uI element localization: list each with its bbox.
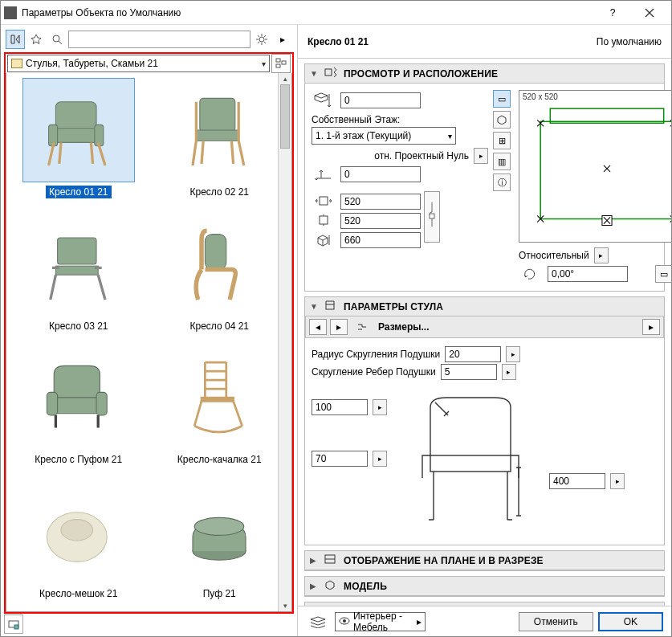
disclosure-open-icon: ▼ <box>310 302 320 311</box>
projzero-input[interactable] <box>340 166 421 182</box>
library-item-label: Кресло-мешок 21 <box>36 587 120 600</box>
story-label: Собственный Этаж: <box>312 114 400 125</box>
view-plan-button[interactable]: ▭ <box>493 90 511 108</box>
library-manager-button[interactable] <box>4 615 23 634</box>
link-dimensions-button[interactable] <box>424 191 440 243</box>
mirror-x-button[interactable]: ▭ <box>655 265 671 283</box>
layer-select[interactable]: Интерьер - Мебель ▸ <box>335 612 426 631</box>
folder-label: Стулья, Табуреты, Скамьи 21 <box>26 58 262 69</box>
ok-button[interactable]: OK <box>598 612 663 631</box>
library-view-button[interactable] <box>6 30 25 49</box>
nav-icon <box>351 318 375 336</box>
scrollbar[interactable]: ▴ ▾ <box>278 73 291 611</box>
library-item[interactable]: Кресло-мешок 21 <box>8 476 149 610</box>
chair-thumbnail <box>22 480 135 584</box>
chair-thumbnail <box>163 480 275 584</box>
rot-icon <box>519 265 543 283</box>
library-item[interactable]: Кресло с Пуфом 21 <box>8 342 149 476</box>
edge-stepper[interactable]: ▸ <box>502 364 516 380</box>
chair-section-icon <box>324 300 339 313</box>
search-input[interactable] <box>68 31 250 48</box>
pheight-input[interactable] <box>549 473 605 489</box>
story-select[interactable]: 1. 1-й этаж (Текущий) ▾ <box>312 127 456 145</box>
settings-gear-button[interactable] <box>252 30 271 49</box>
nav-next-button[interactable]: ▸ <box>330 319 348 335</box>
section-header-preview[interactable]: ▼ ПРОСМОТР И РАСПОЛОЖЕНИЕ <box>305 64 664 84</box>
svg-rect-15 <box>47 392 57 415</box>
folder-tree-button[interactable] <box>271 54 291 73</box>
chevron-down-icon: ▾ <box>448 132 452 141</box>
radius-stepper[interactable]: ▸ <box>506 346 520 362</box>
folder-select[interactable]: Стулья, Табуреты, Скамьи 21 ▾ <box>7 55 270 72</box>
plan-preview: 520 x 520 <box>519 90 671 243</box>
elevation-input[interactable] <box>340 92 421 108</box>
section-header-plan[interactable]: ▶ ОТОБРАЖЕНИЕ НА ПЛАНЕ И В РАЗРЕЗЕ <box>305 551 664 570</box>
chair-thumbnail <box>163 345 275 450</box>
library-item[interactable]: Кресло 04 21 <box>149 209 291 343</box>
library-item-label: Кресло 02 21 <box>186 186 252 198</box>
dimy-input[interactable] <box>340 213 421 229</box>
library-item[interactable]: Кресло 01 21 <box>8 75 149 209</box>
edge-input[interactable] <box>441 364 497 380</box>
default-label: По умолчанию <box>597 36 662 47</box>
svg-rect-16 <box>96 392 107 415</box>
rot-input[interactable] <box>548 266 628 282</box>
disclosure-open-icon: ▼ <box>310 69 320 78</box>
chair-diagram <box>406 391 543 538</box>
section-header-chair[interactable]: ▼ ПАРАМЕТРЫ СТУЛА <box>305 297 664 316</box>
library-item[interactable]: Кресло-качалка 21 <box>149 342 291 476</box>
library-item[interactable]: Кресло 03 21 <box>8 209 149 343</box>
library-item-label: Кресло 03 21 <box>46 320 112 333</box>
nav-label: Размеры... <box>378 321 429 333</box>
projzero-label: отн. Проектный Нуль <box>374 150 469 161</box>
search-button[interactable] <box>47 30 67 49</box>
svg-point-0 <box>53 35 59 42</box>
disclosure-closed-icon: ▶ <box>310 582 320 590</box>
nav-prev-button[interactable]: ◂ <box>309 319 327 335</box>
scroll-thumb[interactable] <box>280 84 290 149</box>
dimx-input[interactable] <box>340 194 421 210</box>
svg-rect-2 <box>276 59 280 62</box>
view-front-button[interactable]: ⊞ <box>493 132 511 149</box>
expand-arrow-button[interactable]: ▸ <box>273 30 292 49</box>
pdepth-stepper[interactable]: ▸ <box>373 451 387 467</box>
section-header-model[interactable]: ▶ МОДЕЛЬ <box>305 577 664 596</box>
view-3d-button[interactable] <box>493 111 511 129</box>
radius-input[interactable] <box>445 346 501 362</box>
library-item-label: Кресло 01 21 <box>46 186 112 198</box>
chair-thumbnail <box>22 212 135 316</box>
svg-rect-23 <box>325 69 332 76</box>
library-item[interactable]: Пуф 21 <box>149 476 291 610</box>
library-item-label: Кресло-качалка 21 <box>174 453 265 466</box>
help-button[interactable]: ? <box>594 1 631 25</box>
pwidth-input[interactable] <box>312 399 368 415</box>
info-button[interactable]: ⓘ <box>493 174 511 191</box>
view-side-button[interactable]: ▥ <box>493 153 511 170</box>
svg-point-1 <box>259 37 264 42</box>
pdepth-input[interactable] <box>312 451 368 467</box>
chevron-down-icon: ▾ <box>262 59 266 68</box>
dimz-input[interactable] <box>340 232 421 248</box>
elev-icon <box>312 92 336 109</box>
library-item[interactable]: Кресло 02 21 <box>149 75 291 209</box>
chair-thumbnail <box>163 212 275 316</box>
edge-label: Скругление Ребер Подушки <box>312 366 436 378</box>
svg-rect-10 <box>197 130 239 141</box>
nav-menu-button[interactable]: ▸ <box>642 319 660 335</box>
pheight-stepper[interactable]: ▸ <box>610 473 625 489</box>
svg-rect-14 <box>51 398 104 414</box>
rot-label: Относительный <box>519 250 589 261</box>
eye-icon <box>339 616 350 627</box>
pwidth-stepper[interactable]: ▸ <box>373 399 387 415</box>
svg-point-20 <box>194 517 244 535</box>
favorite-button[interactable] <box>26 30 46 49</box>
rot-mode-stepper[interactable]: ▸ <box>594 247 609 263</box>
cancel-button[interactable]: Отменить <box>519 612 593 631</box>
close-button[interactable] <box>631 1 668 25</box>
scroll-up-icon[interactable]: ▴ <box>279 73 291 84</box>
plan-section-icon <box>324 554 339 566</box>
layer-icon <box>306 613 330 631</box>
svg-rect-13 <box>206 234 226 269</box>
scroll-down-icon[interactable]: ▾ <box>279 600 291 611</box>
projzero-stepper[interactable]: ▸ <box>474 148 488 164</box>
